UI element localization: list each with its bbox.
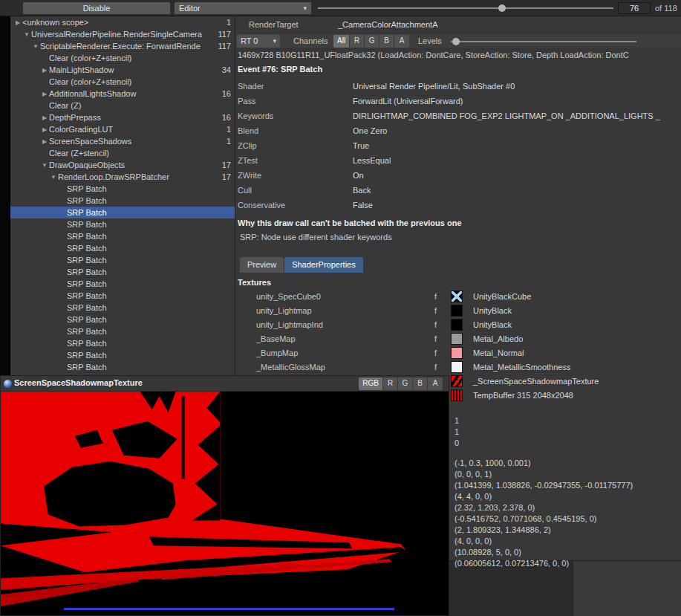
frame-slider-handle[interactable] [498, 4, 506, 12]
frame-slider[interactable] [318, 0, 613, 16]
tree-row[interactable]: SRP Batch [10, 266, 235, 278]
tree-row[interactable]: SRP Batch [10, 254, 235, 266]
foldout-closed-icon[interactable]: ▶ [13, 19, 22, 26]
foldout-open-icon[interactable]: ▼ [49, 174, 58, 181]
foldout-closed-icon[interactable]: ▶ [40, 67, 49, 74]
tree-row[interactable]: SRP Batch [10, 242, 235, 254]
tree-row[interactable]: SRP Batch [10, 230, 235, 242]
texture-row[interactable]: _BaseMapfMetal_Albedo [235, 332, 681, 346]
tree-row[interactable]: Clear (Z+stencil) [10, 147, 235, 159]
tab-shaderproperties[interactable]: ShaderProperties [284, 257, 363, 273]
tree-row-label: SRP Batch [67, 315, 228, 324]
tree-row[interactable]: SRP Batch [10, 337, 235, 349]
tree-row[interactable]: SRP Batch [10, 290, 235, 302]
preview-title: ScreenSpaceShadowmapTexture [14, 378, 143, 387]
tree-row-label: SRP Batch [67, 279, 228, 288]
texture-thumbnail-icon [451, 319, 463, 331]
tree-row[interactable]: ▶MainLightShadow34 [10, 64, 235, 76]
texture-thumbnail-icon [451, 305, 463, 317]
foldout-closed-icon[interactable]: ▶ [40, 114, 49, 121]
tree-row[interactable]: ▼ScriptableRenderer.Execute: ForwardRend… [10, 40, 235, 52]
levels-slider[interactable] [451, 33, 636, 50]
tree-row[interactable]: ▼DrawOpaqueObjects17 [10, 159, 235, 171]
tree-row[interactable]: Clear (Z) [10, 100, 235, 111]
property-key: ZTest [238, 156, 258, 165]
foldout-closed-icon[interactable]: ▶ [40, 138, 49, 145]
preview-channel-r-button[interactable]: R [383, 377, 398, 390]
tree-row[interactable]: SRP Batch [10, 314, 235, 325]
tree-row-label: SRP Batch [67, 220, 228, 229]
foldout-open-icon[interactable]: ▼ [31, 43, 40, 50]
texture-row[interactable]: _MetallicGlossMapfMetal_MetallicSmoothne… [235, 360, 681, 375]
texture-row[interactable]: unity_LightmapIndfUnityBlack [235, 318, 681, 332]
texture-value: TempBuffer 315 2048x2048 [473, 391, 573, 400]
foldout-closed-icon[interactable]: ▶ [40, 91, 49, 97]
channel-b-button[interactable]: B [379, 35, 394, 48]
texture-stage-flag: f [434, 348, 437, 357]
tree-row[interactable]: ▶ScreenSpaceShadows1 [10, 135, 235, 147]
disable-button[interactable]: Disable [22, 1, 171, 15]
texture-value: _ScreenSpaceShadowmapTexture [473, 377, 599, 386]
preview-channel-g-button[interactable]: G [398, 377, 413, 390]
tree-row[interactable]: SRP Batch [10, 302, 235, 314]
texture-thumbnail-icon [451, 389, 463, 401]
tree-row[interactable]: ▶AdditionalLightsShadow16 [10, 88, 235, 100]
target-dropdown[interactable]: ▾ Editor [174, 1, 312, 15]
tree-row[interactable]: SRP Batch [10, 349, 235, 361]
tree-row-label: SRP Batch [67, 208, 228, 217]
tree-row[interactable]: ▶ColorGradingLUT1 [10, 123, 235, 135]
texture-name: _MetallicGlossMap [256, 363, 325, 372]
float-value: 1 [454, 427, 459, 438]
texture-row[interactable]: unity_SpecCube0fUnityBlackCube [235, 290, 681, 304]
tree-row[interactable]: SRP Batch [10, 218, 235, 230]
texture-name: _BumpMap [256, 348, 298, 357]
frame-number-field[interactable] [618, 2, 651, 14]
texture-value: UnityBlack [473, 306, 512, 315]
tree-row[interactable]: ▶<unknown scope>1 [10, 16, 235, 28]
textures-title: Textures [238, 278, 271, 287]
texture-name: unity_SpecCube0 [256, 292, 321, 301]
tree-row[interactable]: ▼UniversalRenderPipeline.RenderSingleCam… [10, 28, 235, 40]
texture-value: Metal_Albedo [473, 334, 523, 343]
tree-row[interactable]: ▶DepthPrepass16 [10, 111, 235, 123]
channel-r-button[interactable]: R [350, 35, 365, 48]
preview-channel-b-button[interactable]: B [413, 377, 428, 390]
property-value: True [353, 141, 369, 150]
tree-row-label: DepthPrepass [49, 113, 219, 122]
tree-row[interactable]: SRP Batch [10, 361, 235, 373]
preview-channel-a-button[interactable]: A [428, 377, 443, 390]
property-key: Cull [238, 186, 252, 195]
tree-row[interactable]: SRP Batch [10, 207, 235, 218]
channel-g-button[interactable]: G [365, 35, 379, 48]
property-row: CullBack [235, 183, 681, 198]
tree-row[interactable]: ▼RenderLoop.DrawSRPBatcher17 [10, 171, 235, 183]
preview-titlebar[interactable]: ScreenSpaceShadowmapTexture RGBRGBA [1, 376, 449, 392]
foldout-open-icon[interactable]: ▼ [22, 31, 31, 38]
tree-row[interactable]: SRP Batch [10, 325, 235, 337]
texture-row[interactable]: _BumpMapfMetal_Normal [235, 346, 681, 360]
texture-thumbnail-icon [451, 375, 463, 387]
tree-row[interactable]: Clear (color+Z+stencil) [10, 76, 235, 88]
background-panel-edge [0, 16, 10, 375]
texture-stage-flag: f [434, 306, 437, 315]
channel-all-button[interactable]: All [333, 35, 350, 48]
tree-row[interactable]: SRP Batch [10, 183, 235, 195]
tree-row[interactable]: Clear (color+Z+stencil) [10, 52, 235, 64]
rt-index-dropdown[interactable]: ▾ RT 0 [237, 35, 280, 48]
property-row: ZTestLessEqual [235, 153, 681, 168]
tree-row-label: SRP Batch [67, 327, 228, 336]
tree-row-label: SRP Batch [67, 291, 228, 300]
texture-row[interactable]: unity_LightmapfUnityBlack [235, 304, 681, 318]
preview-channel-rgb-button[interactable]: RGB [359, 377, 383, 390]
property-key: Keywords [238, 111, 273, 120]
foldout-closed-icon[interactable]: ▶ [40, 126, 49, 133]
foldout-open-icon[interactable]: ▼ [40, 162, 49, 169]
tree-row[interactable]: SRP Batch [10, 195, 235, 207]
tree-row-label: RenderLoop.DrawSRPBatcher [58, 172, 219, 181]
target-dropdown-label: Editor [179, 4, 201, 13]
levels-slider-handle[interactable] [452, 38, 460, 45]
tab-preview[interactable]: Preview [240, 257, 284, 273]
channel-a-button[interactable]: A [394, 35, 409, 48]
tree-row-count: 34 [219, 65, 235, 74]
tree-row[interactable]: SRP Batch [10, 278, 235, 290]
